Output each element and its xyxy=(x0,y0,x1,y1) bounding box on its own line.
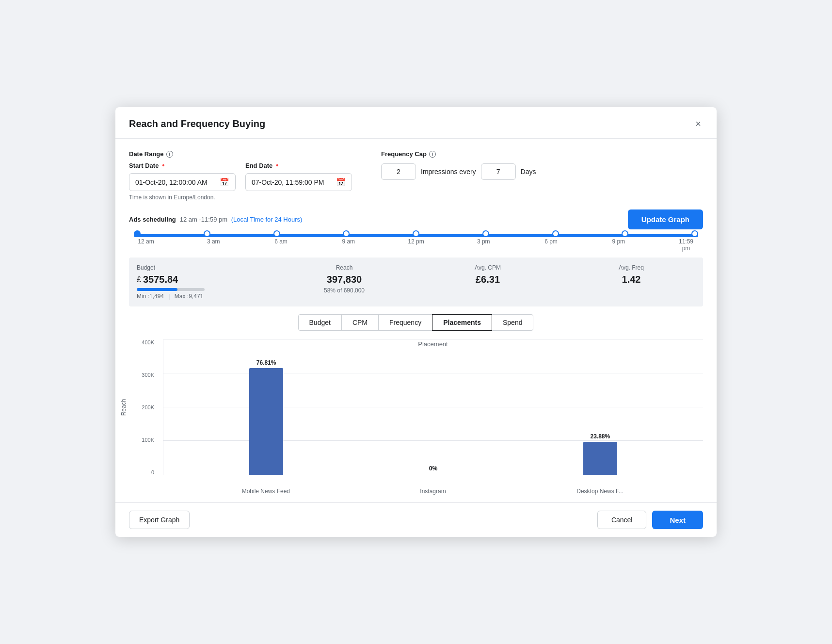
budget-currency: £ xyxy=(137,275,141,284)
end-required-dot: • xyxy=(276,161,278,169)
bar-mobile xyxy=(249,368,283,475)
slider-label-1: 3 am xyxy=(201,238,225,252)
budget-divider: | xyxy=(168,293,170,300)
budget-header: Budget xyxy=(137,264,265,271)
slider-dot-2[interactable] xyxy=(273,230,280,237)
bars-container: 76.81% 0% 23.88% xyxy=(163,339,703,475)
tab-frequency[interactable]: Frequency xyxy=(378,314,432,331)
avg-freq-value: 1.42 xyxy=(567,274,695,285)
days-label: Days xyxy=(521,168,536,176)
scheduling-row: Ads scheduling 12 am -11:59 pm (Local Ti… xyxy=(129,209,703,229)
reach-value: 397,830 xyxy=(280,274,408,285)
slider-label-8: 11:59 pm xyxy=(674,238,698,252)
x-labels: Mobile News Feed Instagram Desktop News … xyxy=(163,475,703,495)
slider-track xyxy=(134,234,698,237)
slider-label-4: 12 pm xyxy=(404,238,428,252)
budget-sub: Min :1,494 | Max :9,471 xyxy=(137,293,265,300)
slider-label-3: 9 am xyxy=(336,238,361,252)
days-input[interactable] xyxy=(481,163,516,180)
date-fields: Start Date • 01-Oct-20, 12:00:00 AM 📅 En… xyxy=(129,161,352,191)
chart-area: 76.81% 0% 23.88% xyxy=(163,339,703,475)
start-date-label: Start Date • xyxy=(129,161,236,169)
slider-container: 12 am 3 am 6 am 9 am 12 pm 3 pm 6 pm 9 p… xyxy=(129,234,703,252)
start-date-value: 01-Oct-20, 12:00:00 AM xyxy=(135,178,216,186)
stat-avg-cpm: Avg. CPM £6.31 xyxy=(416,258,560,306)
end-date-input[interactable]: 07-Oct-20, 11:59:00 PM 📅 xyxy=(245,173,352,191)
impressions-input[interactable] xyxy=(381,163,416,180)
slider-dot-8[interactable] xyxy=(691,230,698,237)
reach-header: Reach xyxy=(280,264,408,271)
slider-dots xyxy=(134,229,698,237)
scheduling-time: 12 am -11:59 pm (Local Time for 24 Hours… xyxy=(180,216,303,223)
budget-bar-fill xyxy=(137,288,177,291)
bar-desktop xyxy=(583,442,617,475)
slider-dot-1[interactable] xyxy=(204,230,210,237)
next-button[interactable]: Next xyxy=(652,511,703,529)
slider-dot-3[interactable] xyxy=(343,230,350,237)
modal-body: Date Range i Start Date • 01-Oct-20, 12:… xyxy=(115,139,717,306)
tab-spend[interactable]: Spend xyxy=(492,314,533,331)
timezone-note: Time is shown in Europe/London. xyxy=(129,194,352,201)
bar-pct-desktop: 23.88% xyxy=(590,433,610,440)
chart-wrapper: Reach 0 100K 200K 300K 400K xyxy=(129,339,703,495)
modal-title: Reach and Frequency Buying xyxy=(129,118,265,129)
slider-dot-0[interactable] xyxy=(134,230,141,237)
avg-freq-header: Avg. Freq xyxy=(567,264,695,271)
update-graph-button[interactable]: Update Graph xyxy=(628,209,703,229)
start-date-input[interactable]: 01-Oct-20, 12:00:00 AM 📅 xyxy=(129,173,236,191)
slider-labels: 12 am 3 am 6 am 9 am 12 pm 3 pm 6 pm 9 p… xyxy=(134,238,698,252)
bar-mobile-news-feed: 76.81% xyxy=(249,359,283,475)
stat-avg-freq: Avg. Freq 1.42 xyxy=(560,258,703,306)
slider-dot-5[interactable] xyxy=(482,230,489,237)
y-label-0: 0 xyxy=(151,469,154,475)
slider-dot-4[interactable] xyxy=(413,230,419,237)
y-axis: Reach 0 100K 200K 300K 400K xyxy=(129,339,158,475)
end-date-group: End Date • 07-Oct-20, 11:59:00 PM 📅 xyxy=(245,161,352,191)
y-label-300k: 300K xyxy=(142,372,154,378)
budget-value: £ 3575.84 xyxy=(137,274,265,285)
frequency-cap-label: Frequency Cap i xyxy=(381,150,536,158)
slider-label-5: 3 pm xyxy=(471,238,496,252)
date-range-section: Date Range i Start Date • 01-Oct-20, 12:… xyxy=(129,150,352,201)
avg-cpm-value: £6.31 xyxy=(424,274,552,285)
budget-min: Min :1,494 xyxy=(137,293,164,300)
tab-cpm[interactable]: CPM xyxy=(341,314,379,331)
date-range-label: Date Range i xyxy=(129,150,352,158)
start-calendar-icon[interactable]: 📅 xyxy=(220,177,229,187)
budget-amount: 3575.84 xyxy=(143,274,178,285)
close-icon[interactable]: × xyxy=(693,117,703,130)
slider-label-6: 6 pm xyxy=(539,238,563,252)
end-calendar-icon[interactable]: 📅 xyxy=(336,177,346,187)
y-axis-title: Reach xyxy=(120,399,127,416)
scheduling-label: Ads scheduling 12 am -11:59 pm (Local Ti… xyxy=(129,216,302,223)
stats-row: Budget £ 3575.84 Min :1,494 | Max :9,471… xyxy=(129,258,703,306)
y-label-200k: 200K xyxy=(142,404,154,410)
frequency-cap-info-icon[interactable]: i xyxy=(429,151,436,158)
reach-frequency-modal: Reach and Frequency Buying × Date Range … xyxy=(115,107,717,537)
reach-sub: 58% of 690,000 xyxy=(280,287,408,294)
scheduling-note: (Local Time for 24 Hours) xyxy=(231,216,303,223)
frequency-inputs: Impressions every Days xyxy=(381,163,536,180)
date-range-info-icon[interactable]: i xyxy=(166,151,173,158)
end-date-value: 07-Oct-20, 11:59:00 PM xyxy=(252,178,332,186)
budget-max: Max :9,471 xyxy=(175,293,203,300)
slider-dot-6[interactable] xyxy=(552,230,559,237)
tab-budget[interactable]: Budget xyxy=(298,314,342,331)
bar-pct-mobile: 76.81% xyxy=(256,359,276,366)
end-date-label: End Date • xyxy=(245,161,352,169)
tab-placements[interactable]: Placements xyxy=(432,314,492,331)
chart-tabs: Budget CPM Frequency Placements Spend xyxy=(129,314,703,331)
x-label-desktop: Desktop News F... xyxy=(576,488,624,495)
stat-budget: Budget £ 3575.84 Min :1,494 | Max :9,471 xyxy=(129,258,272,306)
slider-dot-7[interactable] xyxy=(622,230,628,237)
slider-label-0: 12 am xyxy=(134,238,158,252)
start-required-dot: • xyxy=(162,161,164,169)
cancel-button[interactable]: Cancel xyxy=(597,511,647,529)
export-graph-button[interactable]: Export Graph xyxy=(129,511,190,529)
x-label-mobile: Mobile News Feed xyxy=(241,488,290,495)
avg-cpm-header: Avg. CPM xyxy=(424,264,552,271)
chart-section: Budget CPM Frequency Placements Spend Re… xyxy=(115,306,717,499)
start-date-group: Start Date • 01-Oct-20, 12:00:00 AM 📅 xyxy=(129,161,236,191)
bar-instagram: 0% xyxy=(416,465,450,475)
bar-desktop-news-feed: 23.88% xyxy=(583,433,617,475)
